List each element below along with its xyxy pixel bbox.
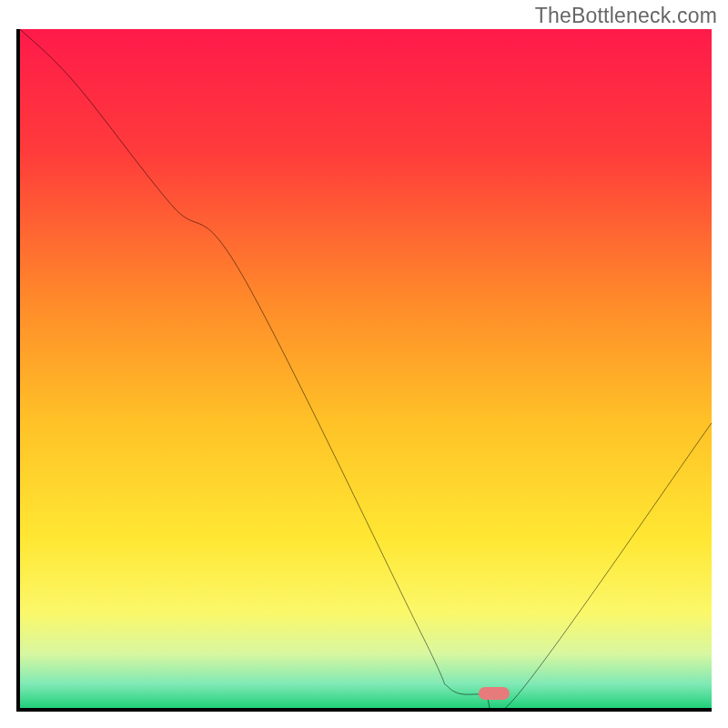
plot-area <box>16 29 712 712</box>
bottleneck-curve <box>20 29 712 708</box>
sweet-spot-marker <box>479 687 510 700</box>
watermark-text: TheBottleneck.com <box>535 4 717 28</box>
chart-container: TheBottleneck.com <box>0 0 728 728</box>
